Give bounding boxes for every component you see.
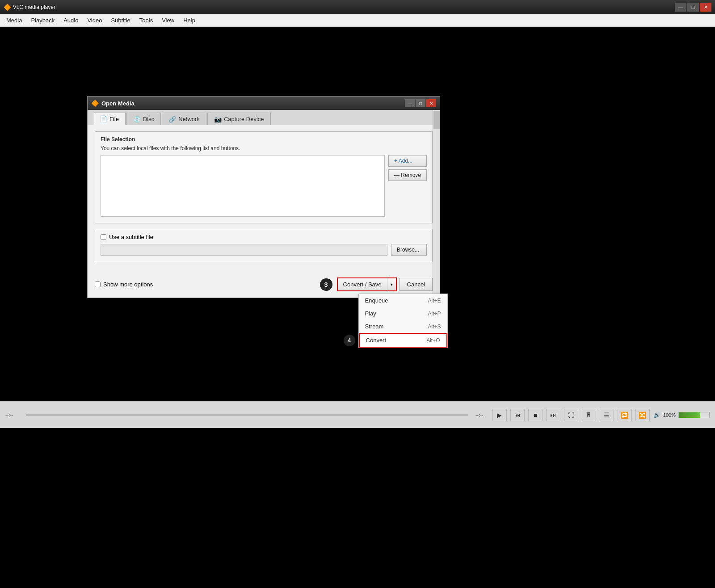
close-button[interactable]: ✕ xyxy=(700,3,711,12)
tab-disc-label: Disc xyxy=(143,116,154,122)
app-icon: 🔶 xyxy=(4,4,11,11)
dialog-icon: 🔶 xyxy=(91,100,99,107)
menu-bar: Media Playback Audio Video Subtitle Tool… xyxy=(0,14,715,27)
dialog-body: File Selection You can select local file… xyxy=(88,125,440,274)
vlc-content-area: 🔶 Open Media — □ ✕ 📄 File 💿 Disc 🔗 Netwo… xyxy=(0,27,715,401)
menu-audio[interactable]: Audio xyxy=(59,15,83,25)
file-selection-group: File Selection You can select local file… xyxy=(95,131,433,223)
disc-tab-icon: 💿 xyxy=(133,116,141,123)
show-more-checkbox[interactable] xyxy=(95,281,101,287)
file-area-description: You can select local files with the foll… xyxy=(101,145,427,151)
volume-bar[interactable] xyxy=(678,412,710,418)
shuffle-button[interactable]: 🔀 xyxy=(635,409,650,421)
file-list[interactable] xyxy=(101,155,385,217)
bottom-control-bar: --:-- --:-- ▶ ⏮ ■ ⏭ ⛶ 🎚 ☰ 🔁 🔀 🔊 100% xyxy=(0,401,715,428)
subtitle-label: Use a subtitle file xyxy=(109,234,153,240)
dropdown-play-shortcut: Alt+P xyxy=(428,311,441,317)
tab-network-label: Network xyxy=(178,116,200,122)
next-button[interactable]: ⏭ xyxy=(546,409,560,421)
dialog-footer: Show more options 3 Convert / Save ▾ Enq… xyxy=(88,274,440,298)
dialog-titlebar: 🔶 Open Media — □ ✕ xyxy=(88,97,440,110)
menu-media[interactable]: Media xyxy=(2,15,26,25)
open-media-dialog: 🔶 Open Media — □ ✕ 📄 File 💿 Disc 🔗 Netwo… xyxy=(87,96,440,298)
maximize-button[interactable]: □ xyxy=(687,3,699,12)
tab-disc[interactable]: 💿 Disc xyxy=(126,113,161,125)
tab-capture[interactable]: 📷 Capture Device xyxy=(207,113,271,125)
step3-badge: 3 xyxy=(320,278,332,291)
title-bar: 🔶 VLC media player — □ ✕ xyxy=(0,0,715,14)
subtitle-checkbox-row: Use a subtitle file xyxy=(101,234,427,240)
progress-bar[interactable] xyxy=(26,414,468,416)
file-tab-icon: 📄 xyxy=(100,115,107,122)
playlist-button[interactable]: ☰ xyxy=(600,409,614,421)
loop-button[interactable]: 🔁 xyxy=(618,409,632,421)
tab-file-label: File xyxy=(109,116,119,122)
window-controls: — □ ✕ xyxy=(675,3,711,12)
file-row: + Add... — Remove xyxy=(101,155,427,217)
prev-button[interactable]: ⏮ xyxy=(510,409,525,421)
file-selection-label: File Selection xyxy=(101,136,427,143)
menu-video[interactable]: Video xyxy=(83,15,106,25)
footer-right: 3 Convert / Save ▾ Enqueue Alt+E Play Al… xyxy=(320,277,433,291)
subtitle-checkbox[interactable] xyxy=(101,234,106,240)
menu-playback[interactable]: Playback xyxy=(26,15,59,25)
convert-save-button[interactable]: Convert / Save xyxy=(337,277,387,291)
subtitle-file-input[interactable] xyxy=(101,244,387,256)
tab-network[interactable]: 🔗 Network xyxy=(162,113,206,125)
scrollbar-thumb[interactable] xyxy=(433,111,440,129)
dropdown-enqueue-label: Enqueue xyxy=(365,297,388,304)
menu-tools[interactable]: Tools xyxy=(135,15,157,25)
dropdown-enqueue[interactable]: Enqueue Alt+E xyxy=(359,294,447,307)
play-button[interactable]: ▶ xyxy=(492,409,507,421)
tab-bar: 📄 File 💿 Disc 🔗 Network 📷 Capture Device xyxy=(88,110,440,125)
convert-save-dropdown-arrow[interactable]: ▾ xyxy=(387,277,397,291)
menu-view[interactable]: View xyxy=(157,15,179,25)
subtitle-section: Use a subtitle file Browse... xyxy=(95,229,433,262)
dropdown-stream-shortcut: Alt+S xyxy=(428,323,441,330)
menu-subtitle[interactable]: Subtitle xyxy=(106,15,135,25)
minimize-button[interactable]: — xyxy=(675,3,686,12)
dialog-scrollbar[interactable] xyxy=(433,110,440,311)
menu-help[interactable]: Help xyxy=(179,15,200,25)
dropdown-convert-shortcut: Alt+O xyxy=(426,337,440,344)
network-tab-icon: 🔗 xyxy=(168,116,176,123)
volume-label: 100% xyxy=(663,412,676,418)
remove-file-button[interactable]: — Remove xyxy=(388,169,427,181)
dialog-minimize-button[interactable]: — xyxy=(405,99,415,107)
dropdown-stream[interactable]: Stream Alt+S xyxy=(359,320,447,333)
dialog-close-button[interactable]: ✕ xyxy=(426,99,436,107)
fullscreen-button[interactable]: ⛶ xyxy=(564,409,578,421)
volume-area: 🔊 100% xyxy=(653,412,710,418)
time-remaining: --:-- xyxy=(475,412,489,418)
dropdown-convert[interactable]: 4 Convert Alt+O xyxy=(359,333,447,348)
step4-badge: 4 xyxy=(344,335,355,346)
tab-file[interactable]: 📄 File xyxy=(93,113,126,125)
tab-capture-label: Capture Device xyxy=(224,116,264,122)
file-buttons: + Add... — Remove xyxy=(388,155,427,217)
cancel-button[interactable]: Cancel xyxy=(400,278,433,291)
dropdown-enqueue-shortcut: Alt+E xyxy=(428,298,441,304)
volume-icon: 🔊 xyxy=(653,412,660,418)
time-elapsed: --:-- xyxy=(5,412,19,418)
subtitle-input-row: Browse... xyxy=(101,244,427,256)
stop-button[interactable]: ■ xyxy=(528,409,543,421)
dropdown-stream-label: Stream xyxy=(365,323,384,330)
dropdown-convert-label: Convert xyxy=(366,337,387,344)
dropdown-play-label: Play xyxy=(365,310,376,317)
convert-save-dropdown-menu: Enqueue Alt+E Play Alt+P Stream Alt+S xyxy=(358,294,448,348)
dialog-title: Open Media xyxy=(101,100,405,107)
capture-tab-icon: 📷 xyxy=(214,116,222,123)
extended-button[interactable]: 🎚 xyxy=(582,409,596,421)
show-more-label: Show more options xyxy=(103,281,153,288)
dialog-restore-button[interactable]: □ xyxy=(416,99,425,107)
show-more-row: Show more options xyxy=(95,281,153,288)
convert-save-wrap: Convert / Save ▾ Enqueue Alt+E Play Alt+… xyxy=(337,277,397,291)
add-file-button[interactable]: + Add... xyxy=(388,155,427,167)
app-title: VLC media player xyxy=(13,4,675,10)
subtitle-browse-button[interactable]: Browse... xyxy=(391,244,427,256)
dropdown-play[interactable]: Play Alt+P xyxy=(359,307,447,320)
dialog-controls: — □ ✕ xyxy=(405,99,436,107)
